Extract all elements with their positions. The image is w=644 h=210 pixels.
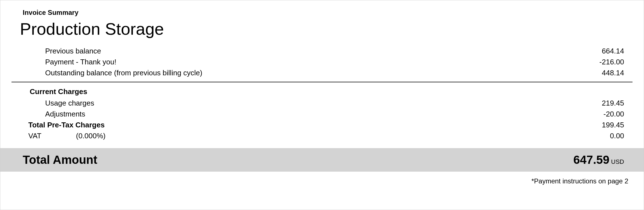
section-divider [11,82,633,82]
adjustments-value: -20.00 [582,109,624,120]
vat-row: VAT (0.000%) 0.00 [28,130,624,141]
previous-balance-section: Previous balance 664.14 Payment - Thank … [45,46,624,78]
previous-balance-value: 664.14 [582,46,624,57]
outstanding-balance-value: 448.14 [582,67,624,78]
usage-charges-label: Usage charges [45,98,582,109]
payment-row: Payment - Thank you! -216.00 [45,57,624,67]
current-charges-header: Current Charges [30,87,633,96]
vat-label: VAT [28,130,76,141]
payment-instructions-footnote: *Payment instructions on page 2 [11,177,628,185]
pretax-total-row: Total Pre-Tax Charges 199.45 [28,120,624,130]
previous-balance-label: Previous balance [45,46,582,57]
vat-rate: (0.000%) [76,130,582,141]
total-amount-value: 647.59 [573,153,609,167]
section-label: Invoice Summary [23,9,633,17]
usage-charges-row: Usage charges 219.45 [45,98,624,109]
adjustments-label: Adjustments [45,109,582,120]
pretax-total-value: 199.45 [582,120,624,130]
vat-value: 0.00 [582,130,624,141]
outstanding-balance-row: Outstanding balance (from previous billi… [45,67,624,78]
pretax-total-label: Total Pre-Tax Charges [28,120,105,130]
payment-value: -216.00 [582,57,624,67]
payment-label: Payment - Thank you! [45,57,582,67]
adjustments-row: Adjustments -20.00 [45,109,624,120]
currency-label: USD [611,158,624,165]
current-charges-section: Usage charges 219.45 Adjustments -20.00 [45,98,624,120]
total-amount-label: Total Amount [23,153,573,167]
page-title: Production Storage [20,19,633,39]
previous-balance-row: Previous balance 664.14 [45,46,624,57]
invoice-container: Invoice Summary Production Storage Previ… [0,0,644,210]
usage-charges-value: 219.45 [582,98,624,109]
outstanding-balance-label: Outstanding balance (from previous billi… [45,67,582,78]
total-amount-bar: Total Amount 647.59 USD [0,148,644,172]
